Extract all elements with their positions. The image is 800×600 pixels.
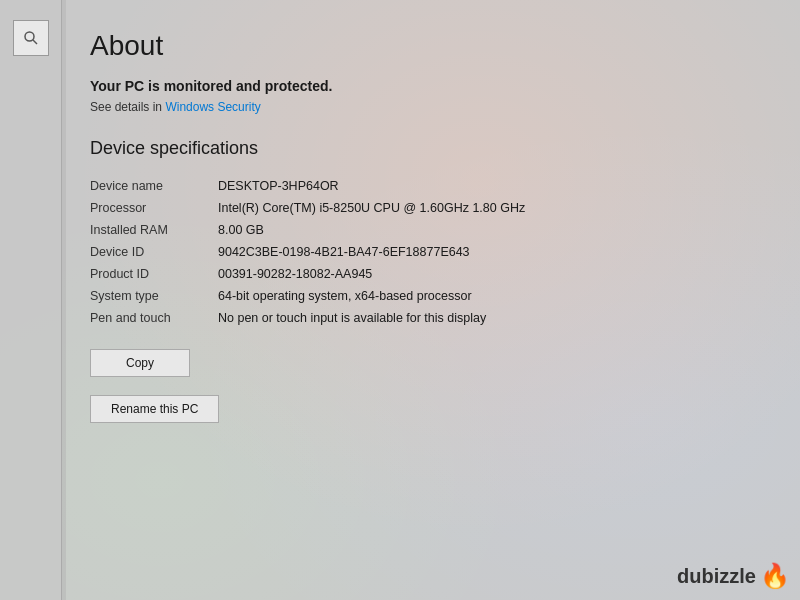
- table-row: Device nameDESKTOP-3HP64OR: [90, 175, 760, 197]
- specs-table: Device nameDESKTOP-3HP64ORProcessorIntel…: [90, 175, 760, 329]
- spec-label: Pen and touch: [90, 307, 210, 329]
- search-button[interactable]: [13, 20, 49, 56]
- spec-value: 9042C3BE-0198-4B21-BA47-6EF18877E643: [210, 241, 760, 263]
- table-row: System type64-bit operating system, x64-…: [90, 285, 760, 307]
- spec-label: System type: [90, 285, 210, 307]
- security-link-prefix: See details in: [90, 100, 165, 114]
- spec-value: Intel(R) Core(TM) i5-8250U CPU @ 1.60GHz…: [210, 197, 760, 219]
- spec-label: Installed RAM: [90, 219, 210, 241]
- windows-security-link[interactable]: Windows Security: [165, 100, 260, 114]
- dubizzle-flame-icon: 🔥: [760, 562, 790, 590]
- svg-point-0: [25, 32, 34, 41]
- copy-button[interactable]: Copy: [90, 349, 190, 377]
- dubizzle-text: dubizzle: [677, 565, 756, 588]
- sidebar-right-border: [62, 0, 66, 600]
- security-link-row: See details in Windows Security: [90, 100, 760, 114]
- table-row: Product ID00391-90282-18082-AA945: [90, 263, 760, 285]
- spec-label: Processor: [90, 197, 210, 219]
- spec-value: No pen or touch input is available for t…: [210, 307, 760, 329]
- dubizzle-branding: dubizzle 🔥: [677, 562, 790, 590]
- spec-label: Product ID: [90, 263, 210, 285]
- table-row: Device ID9042C3BE-0198-4B21-BA47-6EF1887…: [90, 241, 760, 263]
- search-icon: [23, 30, 39, 46]
- spec-value: 8.00 GB: [210, 219, 760, 241]
- page-title: About: [90, 30, 760, 62]
- rename-pc-button[interactable]: Rename this PC: [90, 395, 219, 423]
- svg-line-1: [33, 40, 37, 44]
- spec-value: 00391-90282-18082-AA945: [210, 263, 760, 285]
- table-row: Pen and touchNo pen or touch input is av…: [90, 307, 760, 329]
- spec-value: DESKTOP-3HP64OR: [210, 175, 760, 197]
- sidebar: [0, 0, 62, 600]
- spec-value: 64-bit operating system, x64-based proce…: [210, 285, 760, 307]
- table-row: ProcessorIntel(R) Core(TM) i5-8250U CPU …: [90, 197, 760, 219]
- protection-status: Your PC is monitored and protected.: [90, 78, 760, 94]
- spec-label: Device ID: [90, 241, 210, 263]
- main-content: About Your PC is monitored and protected…: [70, 0, 800, 600]
- table-row: Installed RAM8.00 GB: [90, 219, 760, 241]
- device-specs-title: Device specifications: [90, 138, 760, 159]
- spec-label: Device name: [90, 175, 210, 197]
- buttons-section: Copy Rename this PC: [90, 349, 760, 433]
